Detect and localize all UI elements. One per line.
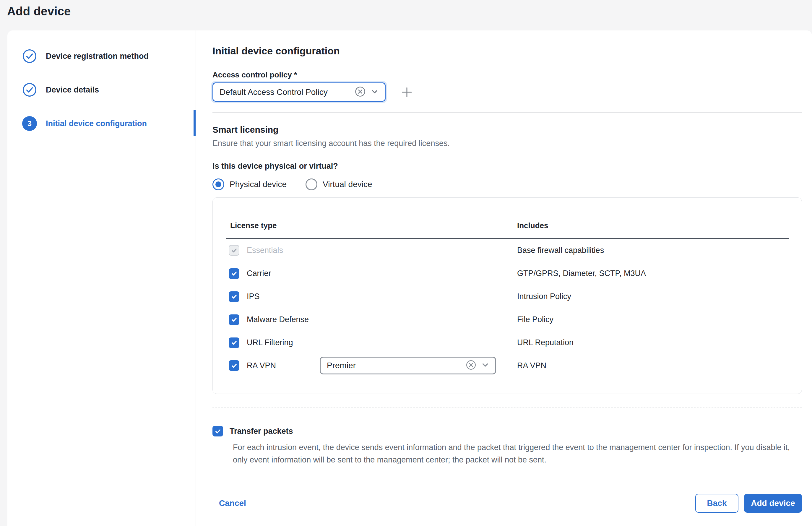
table-row-ips: IPS Intrusion Policy	[226, 285, 789, 308]
license-table-header: License type Includes	[213, 198, 802, 238]
section-divider	[213, 112, 802, 113]
table-row-essentials: Essentials Base firewall capabilities	[226, 239, 789, 262]
transfer-packets-checkbox[interactable]	[213, 426, 223, 437]
chevron-down-icon[interactable]	[370, 87, 379, 98]
add-device-button[interactable]: Add device	[744, 494, 802, 513]
page-header: Add device	[0, 0, 812, 30]
column-header-includes: Includes	[517, 221, 789, 238]
ra-vpn-tier-select[interactable]: Premier	[320, 357, 496, 375]
smart-licensing-description: Ensure that your smart licensing account…	[213, 139, 802, 148]
license-name: IPS	[247, 292, 260, 301]
license-includes: RA VPN	[517, 361, 546, 370]
radio-virtual-device[interactable]: Virtual device	[306, 178, 372, 190]
active-step-indicator	[193, 110, 195, 136]
smart-licensing-heading: Smart licensing	[213, 125, 802, 135]
license-name: Carrier	[247, 269, 271, 278]
radio-icon	[306, 178, 317, 190]
table-row-ra-vpn: RA VPN RA VPN Premier	[226, 354, 789, 377]
radio-label: Virtual device	[323, 180, 372, 189]
transfer-packets-description: For each intrusion event, the device sen…	[233, 441, 799, 466]
step-label: Initial device configuration	[46, 119, 147, 128]
radio-physical-device[interactable]: Physical device	[213, 178, 287, 190]
table-bottom-padding	[213, 377, 802, 394]
section-divider-dashed	[213, 408, 802, 408]
access-control-policy-select[interactable]: Default Access Control Policy	[213, 83, 386, 102]
license-table: License type Includes Essentials Base fi…	[213, 198, 802, 394]
step-label: Device registration method	[46, 52, 149, 61]
step-complete-check-icon	[22, 83, 37, 97]
ra-vpn-tier-value: Premier	[327, 361, 466, 370]
transfer-packets-row: Transfer packets	[213, 426, 802, 437]
add-device-card: Device registration method Device detail…	[8, 30, 812, 526]
step-initial-device-configuration[interactable]: 3 Initial device configuration	[22, 116, 195, 131]
table-row-malware-defense: Malware Defense File Policy	[226, 308, 789, 331]
license-includes: URL Reputation	[517, 338, 574, 347]
access-control-policy-row: Default Access Control Policy	[213, 83, 802, 102]
license-name: RA VPN	[247, 361, 276, 370]
clear-selection-icon[interactable]	[354, 86, 366, 98]
essentials-checkbox	[229, 245, 240, 255]
device-type-radio-group: Physical device Virtual device	[213, 178, 802, 190]
step-content: Initial device configuration Access cont…	[196, 30, 812, 526]
access-control-policy-label: Access control policy *	[213, 70, 802, 79]
add-policy-button[interactable]	[400, 85, 414, 99]
content-heading: Initial device configuration	[213, 45, 802, 57]
table-row-carrier: Carrier GTP/GPRS, Diameter, SCTP, M3UA	[226, 262, 789, 285]
url-filtering-checkbox[interactable]	[229, 337, 240, 348]
cancel-button[interactable]: Cancel	[219, 498, 246, 508]
license-includes: Intrusion Policy	[517, 292, 571, 301]
access-control-policy-value: Default Access Control Policy	[220, 87, 354, 97]
device-type-question: Is this device physical or virtual?	[213, 162, 802, 171]
ips-checkbox[interactable]	[229, 291, 240, 302]
step-device-registration-method[interactable]: Device registration method	[22, 49, 195, 63]
transfer-packets-label: Transfer packets	[230, 427, 293, 436]
step-device-details[interactable]: Device details	[22, 83, 195, 97]
radio-icon	[213, 178, 224, 190]
license-includes: GTP/GPRS, Diameter, SCTP, M3UA	[517, 269, 646, 278]
malware-defense-checkbox[interactable]	[229, 315, 240, 325]
wizard-sidebar: Device registration method Device detail…	[8, 30, 196, 526]
back-button[interactable]: Back	[695, 494, 738, 513]
clear-selection-icon[interactable]	[466, 360, 476, 371]
chevron-down-icon[interactable]	[480, 360, 490, 371]
license-name: Malware Defense	[247, 315, 309, 324]
license-name: URL Filtering	[247, 338, 293, 347]
license-name: Essentials	[247, 246, 283, 255]
page-title: Add device	[7, 5, 812, 18]
step-number-badge: 3	[22, 116, 37, 131]
ra-vpn-checkbox[interactable]	[229, 360, 240, 371]
license-includes: Base firewall capabilities	[517, 246, 604, 255]
carrier-checkbox[interactable]	[229, 268, 240, 279]
step-complete-check-icon	[22, 49, 37, 63]
table-row-url-filtering: URL Filtering URL Reputation	[226, 331, 789, 354]
footer-actions: Cancel Back Add device	[213, 494, 802, 513]
radio-label: Physical device	[230, 180, 287, 189]
license-includes: File Policy	[517, 315, 553, 324]
step-label: Device details	[46, 85, 99, 94]
column-header-license-type: License type	[226, 221, 517, 238]
